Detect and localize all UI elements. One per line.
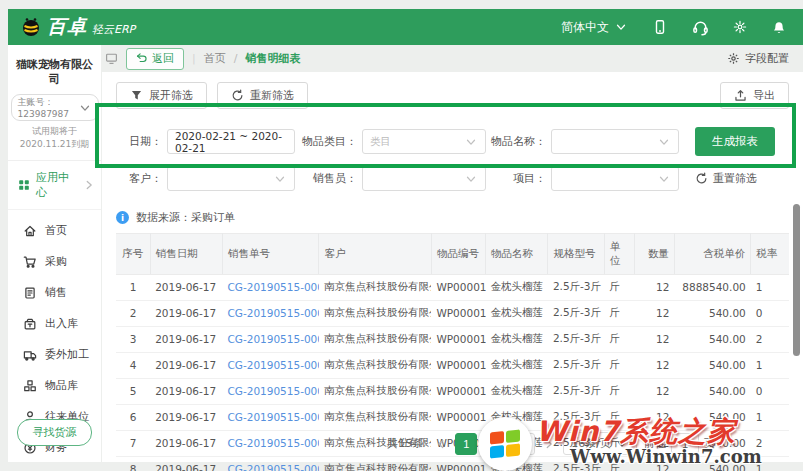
- breadcrumb-home[interactable]: 首页: [204, 51, 226, 66]
- export-button[interactable]: 导出: [720, 82, 789, 109]
- order-number-link[interactable]: CG-20190515-0001: [222, 379, 318, 405]
- order-number-link[interactable]: CG-20190515-0001: [222, 353, 318, 379]
- order-number-link[interactable]: CG-20190515-0001: [222, 275, 318, 301]
- table-cell: 2019-06-17: [150, 405, 222, 431]
- chevron-down-icon: [78, 101, 92, 115]
- date-range-input[interactable]: 2020-02-21 ~ 2020-02-21: [167, 129, 295, 154]
- category-select[interactable]: 类目: [362, 129, 486, 154]
- table-cell: WP00001: [431, 353, 485, 379]
- table-cell: 540.00: [674, 457, 750, 471]
- vertical-scrollbar[interactable]: [793, 204, 800, 356]
- sidebar-item-items[interactable]: 物品库: [8, 370, 101, 401]
- table-cell: 2.5斤-3斤: [548, 457, 604, 471]
- chevron-down-icon: [464, 135, 478, 149]
- table-cell: 南京焦点科技股份有限公司: [319, 275, 432, 301]
- app-logo: 百卓 轻云ERP: [20, 14, 135, 40]
- notifications-bell-icon[interactable]: [771, 19, 787, 35]
- sidebar: 猫咪宠物有限公司 主账号：123987987 试用期将于2020.11.21到期…: [8, 45, 101, 462]
- table-cell: 金枕头榴莲: [486, 275, 548, 301]
- info-icon: i: [116, 211, 129, 224]
- table-cell: WP00001: [431, 457, 485, 471]
- table-cell: 2019-06-17: [150, 379, 222, 405]
- collapse-sidebar-icon[interactable]: [105, 52, 118, 65]
- column-header: 含税单价: [674, 234, 750, 275]
- items-icon: [23, 379, 37, 393]
- table-cell: 2.5斤-3斤: [548, 327, 604, 353]
- mobile-app-icon[interactable]: [652, 19, 668, 35]
- table-cell: 12: [634, 327, 674, 353]
- item-name-label: 物品名称：: [486, 134, 546, 149]
- date-label: 日期：: [116, 134, 162, 149]
- chevron-down-icon: [273, 172, 287, 186]
- order-number-link[interactable]: CG-20190515-0001: [222, 405, 318, 431]
- reset-filter-button[interactable]: 重置筛选: [695, 171, 757, 186]
- order-number-link[interactable]: CG-20190515-0001: [222, 301, 318, 327]
- language-selector[interactable]: 简体中文: [561, 19, 628, 36]
- table-cell: 12: [634, 301, 674, 327]
- app-grid-icon: [17, 178, 31, 192]
- reset-icon: [695, 172, 708, 185]
- table-cell: 南京焦点科技股份有限公司: [319, 379, 432, 405]
- goto-page-input[interactable]: [671, 433, 699, 454]
- order-number-link[interactable]: CG-20190515-0001: [222, 327, 318, 353]
- table-cell: 2: [751, 327, 789, 353]
- page-size-select[interactable]: 16条/页: [563, 432, 637, 455]
- project-select[interactable]: [551, 166, 679, 191]
- table-cell: 2019-06-17: [150, 301, 222, 327]
- sidebar-item-inout[interactable]: 出入库: [8, 308, 101, 339]
- order-number-link[interactable]: CG-20190515-0001: [222, 431, 318, 457]
- table-cell: 2: [116, 301, 150, 327]
- sidebar-item-report[interactable]: 报表中心: [8, 463, 101, 471]
- sidebar-item-app-center[interactable]: 应用中心: [8, 161, 101, 210]
- find-supply-button[interactable]: 寻找货源: [17, 419, 92, 446]
- item-name-select[interactable]: [551, 129, 679, 154]
- table-cell: 斤: [604, 353, 634, 379]
- column-header: 销售单号: [222, 234, 318, 275]
- table-cell: 斤: [604, 405, 634, 431]
- order-number-link[interactable]: CG-20190515-0001: [222, 457, 318, 471]
- prev-page-button[interactable]: [434, 433, 448, 455]
- sidebar-item-outsource[interactable]: 委外加工: [8, 339, 101, 370]
- salesman-select[interactable]: [362, 166, 486, 191]
- back-button[interactable]: 返回: [126, 48, 184, 70]
- field-config-button[interactable]: 字段配置: [727, 51, 789, 66]
- sidebar-item-home[interactable]: 首页: [8, 215, 101, 246]
- table-cell: 12: [634, 457, 674, 471]
- table-cell: 2.5斤-3斤: [548, 379, 604, 405]
- page-number-button[interactable]: 3: [513, 433, 535, 455]
- bee-logo-icon: [20, 16, 42, 38]
- settings-gear-icon[interactable]: [733, 20, 747, 34]
- category-label: 物品类目：: [295, 134, 357, 149]
- next-page-button[interactable]: [542, 433, 556, 455]
- refilter-button[interactable]: 重新筛选: [217, 82, 308, 109]
- sidebar-item-sales[interactable]: 销售: [8, 277, 101, 308]
- table-cell: 1: [751, 275, 789, 301]
- table-row: 22019-06-17CG-20190515-0001南京焦点科技股份有限公司W…: [116, 301, 789, 327]
- column-header: 规格型号: [548, 234, 604, 275]
- table-cell: 南京焦点科技股份有限公司: [319, 353, 432, 379]
- customer-select[interactable]: [167, 166, 295, 191]
- table-row: 82019-06-17CG-20190515-0001南京焦点科技股份有限公司W…: [116, 457, 789, 471]
- expand-filter-button[interactable]: 展开筛选: [116, 82, 207, 109]
- page-number-button[interactable]: 2: [484, 433, 506, 455]
- account-selector[interactable]: 主账号：123987987: [11, 94, 99, 121]
- export-icon: [734, 89, 747, 102]
- table-cell: WP00001: [431, 327, 485, 353]
- table-cell: 540.00: [674, 353, 750, 379]
- table-cell: 金枕头榴莲: [486, 327, 548, 353]
- sidebar-item-cart[interactable]: 采购: [8, 246, 101, 277]
- page-number-button[interactable]: 1: [455, 433, 477, 455]
- support-headset-icon[interactable]: [692, 19, 709, 36]
- table-row: 62019-06-17CG-20190515-0001南京焦点科技股份有限公司W…: [116, 405, 789, 431]
- table-cell: 金枕头榴莲: [486, 353, 548, 379]
- chevron-down-icon: [464, 172, 478, 186]
- generate-report-button[interactable]: 生成报表: [695, 127, 775, 156]
- trial-notice: 试用期将于2020.11.21到期: [8, 125, 101, 161]
- chevron-down-icon: [657, 172, 671, 186]
- table-cell: 1: [751, 457, 789, 471]
- page-title: 销售明细表: [245, 51, 300, 66]
- table-cell: 2.5斤-3斤: [548, 275, 604, 301]
- table-cell: 斤: [604, 275, 634, 301]
- funnel-icon: [130, 89, 143, 102]
- table-cell: 金枕头榴莲: [486, 301, 548, 327]
